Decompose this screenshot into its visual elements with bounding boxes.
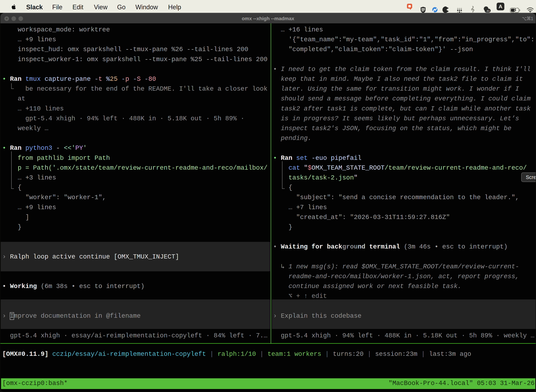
svg-text:..61: ..61 bbox=[485, 9, 490, 12]
